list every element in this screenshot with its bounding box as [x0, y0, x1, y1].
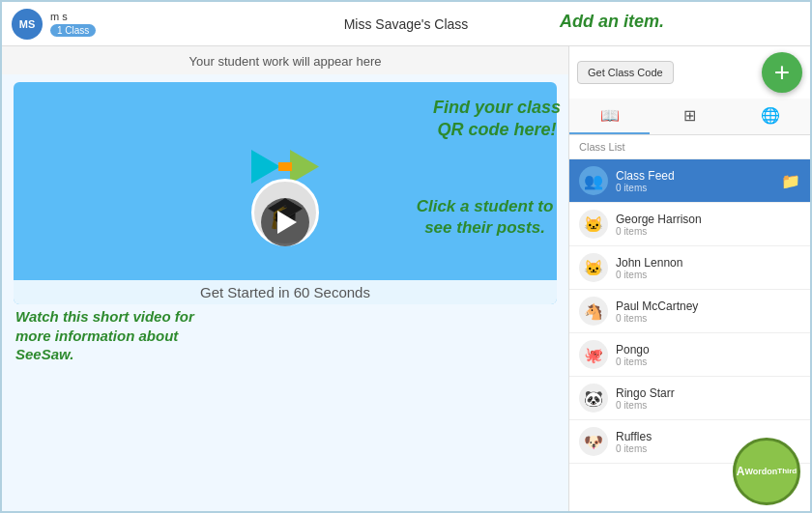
- user-info: m s 1 Class: [50, 11, 96, 37]
- main-layout: Your student work will appear here 🎓 Get…: [2, 46, 810, 513]
- student-item[interactable]: 🐙 Pongo 0 items: [569, 333, 810, 377]
- student-count: 0 items: [616, 356, 800, 367]
- student-item[interactable]: 🐶 Ruffles 0 items: [569, 420, 810, 464]
- student-info: Ringo Starr 0 items: [616, 386, 800, 411]
- student-avatar: 🐴: [579, 297, 608, 326]
- tab-globe[interactable]: 🌐: [730, 99, 810, 134]
- student-item[interactable]: 🐱 John Lennon 0 items: [569, 246, 810, 290]
- student-info: Ruffles 0 items: [616, 430, 800, 454]
- student-count: 0 items: [616, 270, 800, 280]
- student-work-banner: Your student work will appear here: [2, 46, 568, 74]
- play-triangle-icon: [277, 211, 297, 234]
- student-count: 0 items: [616, 443, 800, 454]
- tab-book[interactable]: 📖: [569, 99, 650, 134]
- student-count: 0 items: [616, 400, 800, 411]
- tabs-row: 📖 ⊞ 🌐: [569, 99, 810, 135]
- student-count: 0 items: [616, 313, 800, 324]
- student-name: Ruffles: [616, 430, 800, 443]
- student-avatar: 🐱: [579, 253, 608, 282]
- student-name: John Lennon: [616, 256, 800, 270]
- student-name: George Harrison: [616, 213, 800, 226]
- class-feed-name: Class Feed: [616, 169, 781, 183]
- student-info: John Lennon 0 items: [616, 256, 800, 280]
- right-panel: Add an item. Find your class QR code her…: [568, 46, 810, 513]
- student-avatar: 🐙: [579, 340, 608, 369]
- student-info: Pongo 0 items: [616, 343, 800, 367]
- class-feed-info: Class Feed 0 items: [616, 169, 781, 193]
- folder-icon: 📁: [781, 172, 800, 190]
- get-started-text: Get Started in 60 Seconds: [14, 280, 557, 304]
- top-bar: MS m s 1 Class Miss Savage's Class: [2, 2, 810, 46]
- student-count: 0 items: [616, 226, 800, 237]
- student-avatar: 🐼: [579, 384, 608, 413]
- get-class-code-button[interactable]: Get Class Code: [577, 61, 674, 84]
- class-feed-avatar: 👥: [579, 166, 608, 195]
- student-info: Paul McCartney 0 items: [616, 299, 800, 324]
- student-item[interactable]: 🐴 Paul McCartney 0 items: [569, 290, 810, 333]
- svg-marker-0: [251, 150, 280, 184]
- class-list-header: Class List: [569, 135, 810, 159]
- student-info: George Harrison 0 items: [616, 213, 800, 237]
- student-avatar: 🐱: [579, 210, 608, 239]
- class-feed-item[interactable]: 👥 Class Feed 0 items 📁: [569, 159, 810, 203]
- user-name: m s: [50, 11, 96, 22]
- add-item-button[interactable]: +: [762, 52, 802, 93]
- svg-marker-2: [278, 162, 292, 171]
- student-avatar: 🐶: [579, 427, 608, 456]
- class-feed-count: 0 items: [616, 183, 781, 193]
- class-badge: 1 Class: [50, 24, 96, 37]
- video-container[interactable]: 🎓 Get Started in 60 Seconds: [14, 82, 557, 304]
- avatar: MS: [12, 9, 43, 40]
- student-name: Ringo Starr: [616, 386, 800, 400]
- right-panel-top: Find your class QR code here! Get Class …: [569, 46, 810, 99]
- student-list: 👥 Class Feed 0 items 📁 🐱 George Harrison…: [569, 159, 810, 513]
- play-button[interactable]: [261, 198, 309, 246]
- student-item[interactable]: 🐼 Ringo Starr 0 items: [569, 377, 810, 420]
- student-item[interactable]: 🐱 George Harrison 0 items: [569, 203, 810, 246]
- student-name: Pongo: [616, 343, 800, 356]
- page-title: Miss Savage's Class: [344, 16, 469, 32]
- watch-video-note: Watch this short video for more informat…: [15, 307, 228, 364]
- left-content: Your student work will appear here 🎓 Get…: [2, 46, 568, 513]
- svg-marker-1: [290, 150, 319, 184]
- tab-grid[interactable]: ⊞: [650, 99, 730, 134]
- student-name: Paul McCartney: [616, 299, 800, 313]
